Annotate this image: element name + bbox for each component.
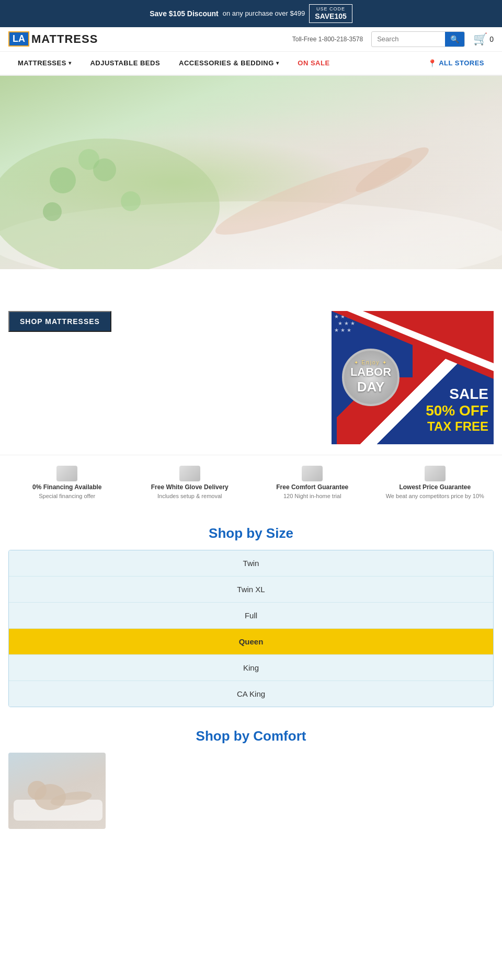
comfort-desc: 120 Night in-home trial	[283, 493, 341, 499]
comfort-title: Free Comfort Guarantee	[276, 483, 348, 491]
cart-bag-icon: 🛒	[473, 32, 487, 46]
feature-financing: 0% Financing Available Special financing…	[8, 466, 126, 499]
hero-banner	[0, 76, 502, 269]
svg-point-2	[50, 167, 76, 193]
nav-label-all-stores: ALL STORES	[439, 59, 484, 67]
shop-mattresses-button[interactable]: SHOP MATTRESSES	[8, 311, 111, 332]
cart-count: 0	[489, 35, 494, 43]
hero-spacer	[0, 269, 502, 311]
nav-item-on-sale[interactable]: ON SALE	[288, 52, 339, 74]
comfort-icon	[302, 466, 323, 481]
delivery-title: Free White Glove Delivery	[151, 483, 229, 491]
nav-item-accessories[interactable]: ACCESSORIES & BEDDING ▾	[169, 52, 288, 74]
off-label: 50% OFF	[426, 402, 488, 419]
nav-label-accessories: ACCESSORIES & BEDDING	[179, 59, 274, 67]
cart-icon[interactable]: 🛒 0	[473, 32, 494, 46]
size-row-twin[interactable]: Twin	[9, 550, 493, 577]
size-row-queen[interactable]: Queen	[9, 629, 493, 655]
comfort-image	[8, 753, 106, 829]
feature-delivery: Free White Glove Delivery Includes setup…	[131, 466, 249, 499]
financing-desc: Special financing offer	[39, 493, 95, 499]
search-input[interactable]	[372, 32, 445, 45]
top-banner: Save $105 Discount on any purchase over …	[0, 0, 502, 27]
hero-illustration	[0, 76, 502, 269]
logo-badge: LA	[8, 31, 29, 47]
chevron-down-icon: ▾	[69, 60, 72, 66]
size-row-ca-king[interactable]: CA King	[9, 681, 493, 707]
shop-mattresses-section: SHOP MATTRESSES ★ ★ ★ ★ ★ ★ ★ ★ ★ ✦ Enjo…	[0, 311, 502, 455]
comfort-image-bg	[8, 753, 106, 829]
feature-comfort: Free Comfort Guarantee 120 Night in-home…	[254, 466, 371, 499]
promo-code: SAVE105	[315, 12, 346, 21]
nav-item-all-stores[interactable]: 📍 ALL STORES	[418, 52, 494, 75]
feature-price: Lowest Price Guarantee We beat any compe…	[376, 466, 494, 499]
chevron-down-icon-2: ▾	[276, 60, 279, 66]
header-right: Toll-Free 1-800-218-3578 🔍 🛒 0	[292, 31, 494, 47]
enjoy-label: ✦ Enjoy ✦	[354, 360, 388, 365]
price-title: Lowest Price Guarantee	[399, 483, 471, 491]
logo[interactable]: LA MATTRESS	[8, 31, 98, 47]
delivery-icon-wrap	[179, 466, 200, 481]
header: LA MATTRESS Toll-Free 1-800-218-3578 🔍 🛒…	[0, 27, 502, 52]
labor-label: LABOR	[350, 365, 391, 379]
nav-label-mattresses: MATTRESSES	[18, 59, 66, 67]
features-bar: 0% Financing Available Special financing…	[0, 455, 502, 510]
svg-point-1	[0, 139, 220, 269]
price-icon	[425, 466, 446, 481]
nav-label-adjustable-beds: ADJUSTABLE BEDS	[90, 59, 160, 67]
logo-text: MATTRESS	[31, 32, 98, 46]
shop-by-comfort-section: Shop by Comfort	[0, 718, 502, 839]
size-row-full[interactable]: Full	[9, 603, 493, 629]
svg-point-12	[28, 781, 47, 800]
search-button[interactable]: 🔍	[445, 32, 464, 47]
feature-icon-wrap	[56, 466, 77, 481]
size-row-king[interactable]: King	[9, 655, 493, 681]
discount-text: Save $105 Discount	[150, 9, 219, 18]
svg-point-6	[121, 191, 141, 211]
toll-free-number: Toll-Free 1-800-218-3578	[292, 36, 363, 43]
main-nav: MATTRESSES ▾ ADJUSTABLE BEDS ACCESSORIES…	[0, 52, 502, 76]
price-desc: We beat any competitors price by 10%	[386, 493, 484, 499]
comfort-illustration	[8, 753, 106, 829]
svg-point-5	[93, 158, 116, 181]
promo-code-box: USE CODE SAVE105	[309, 4, 352, 23]
size-table: Twin Twin XL Full Queen King CA King	[8, 550, 494, 707]
price-icon-wrap	[425, 466, 446, 481]
labor-day-banner: ★ ★ ★ ★ ★ ★ ★ ★ ★ ✦ Enjoy ✦ LABOR DAY SA…	[332, 311, 494, 444]
labor-day-circle: ✦ Enjoy ✦ LABOR DAY	[342, 349, 400, 406]
financing-title: 0% Financing Available	[32, 483, 101, 491]
shop-by-size-heading: Shop by Size	[8, 525, 494, 541]
financing-icon	[56, 466, 77, 481]
sale-label: SALE	[426, 386, 488, 402]
use-code-label: USE CODE	[316, 6, 345, 12]
nav-item-mattresses[interactable]: MATTRESSES ▾	[8, 52, 81, 74]
size-row-twin-xl[interactable]: Twin XL	[9, 577, 493, 603]
nav-label-on-sale: ON SALE	[298, 59, 329, 67]
search-bar[interactable]: 🔍	[371, 31, 465, 47]
labor-day-text: SALE 50% OFF TAX FREE	[426, 386, 488, 434]
on-text: on any purchase over $499	[223, 9, 305, 17]
day-label: DAY	[357, 379, 385, 395]
hero-image	[0, 76, 502, 269]
comfort-icon-wrap	[302, 466, 323, 481]
shop-by-size-section: Shop by Size Twin Twin XL Full Queen Kin…	[0, 510, 502, 718]
nav-item-adjustable-beds[interactable]: ADJUSTABLE BEDS	[81, 52, 169, 74]
delivery-desc: Includes setup & removal	[157, 493, 222, 499]
shop-by-comfort-heading: Shop by Comfort	[8, 728, 494, 744]
svg-point-4	[43, 202, 62, 221]
location-pin-icon: 📍	[428, 59, 437, 67]
tax-free-label: TAX FREE	[426, 419, 488, 434]
delivery-icon	[179, 466, 200, 481]
